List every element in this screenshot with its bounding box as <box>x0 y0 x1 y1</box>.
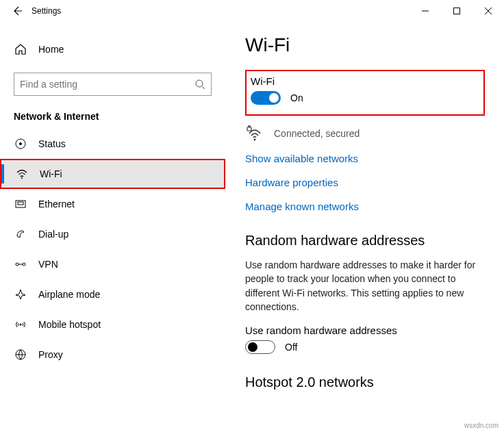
random-hw-toggle-label: Use random hardware addresses <box>245 325 485 336</box>
vpn-icon <box>14 258 27 270</box>
proxy-icon <box>14 348 27 361</box>
content-pane: Wi-Fi Wi-Fi On Connected, secured Show a… <box>226 22 504 432</box>
dialup-icon <box>14 228 27 240</box>
random-hw-toggle-state: Off <box>285 342 297 353</box>
nav-item-hotspot[interactable]: Mobile hotspot <box>0 309 225 340</box>
nav-item-vpn[interactable]: VPN <box>0 249 225 279</box>
maximize-button[interactable] <box>441 0 473 22</box>
nav-item-dialup[interactable]: Dial-up <box>0 219 225 249</box>
wifi-icon <box>15 168 29 180</box>
svg-point-4 <box>196 80 203 87</box>
category-heading: Network & Internet <box>0 96 225 129</box>
page-title: Wi-Fi <box>245 34 485 56</box>
maximize-icon <box>453 8 460 14</box>
home-icon <box>14 43 27 55</box>
close-button[interactable] <box>473 0 504 22</box>
airplane-icon <box>14 288 27 301</box>
svg-point-7 <box>19 142 22 145</box>
hotspot-heading: Hotspot 2.0 networks <box>245 374 485 390</box>
svg-rect-10 <box>18 202 23 205</box>
nav-label: Ethernet <box>38 199 75 209</box>
random-hw-toggle[interactable] <box>245 340 275 354</box>
ethernet-icon <box>14 198 27 210</box>
wifi-toggle[interactable] <box>251 91 281 105</box>
close-icon <box>485 8 492 14</box>
wifi-toggle-label: Wi-Fi <box>251 75 477 87</box>
random-hw-description: Use random hardware addresses to make it… <box>245 258 485 314</box>
titlebar: Settings <box>0 0 504 22</box>
link-manage-known-networks[interactable]: Manage known networks <box>245 201 485 212</box>
svg-point-8 <box>21 177 23 179</box>
back-button[interactable] <box>7 5 27 16</box>
svg-line-5 <box>202 86 205 89</box>
home-nav[interactable]: Home <box>0 36 225 63</box>
svg-point-12 <box>23 263 25 266</box>
nav-item-status[interactable]: Status <box>0 129 225 159</box>
nav-label: Mobile hotspot <box>38 319 101 330</box>
connection-status-row: Connected, secured <box>245 124 485 143</box>
nav-label: Status <box>38 138 66 149</box>
nav-label: Airplane mode <box>38 289 100 300</box>
random-hw-heading: Random hardware addresses <box>245 233 485 249</box>
nav-item-airplane[interactable]: Airplane mode <box>0 279 225 309</box>
window-title: Settings <box>32 6 61 16</box>
watermark: wsxdn.com <box>464 422 499 429</box>
nav-item-wifi[interactable]: Wi-Fi <box>0 159 225 189</box>
nav-label: VPN <box>38 259 58 270</box>
status-icon <box>14 138 27 150</box>
search-box[interactable] <box>14 73 212 96</box>
nav-label: Wi-Fi <box>40 168 62 179</box>
home-label: Home <box>38 44 64 55</box>
search-input[interactable] <box>20 79 189 90</box>
nav-label: Proxy <box>38 349 63 360</box>
search-icon <box>194 79 205 90</box>
svg-point-14 <box>20 324 22 326</box>
svg-rect-17 <box>247 127 251 131</box>
link-hardware-properties[interactable]: Hardware properties <box>245 177 485 188</box>
nav-list: Status Wi-Fi Ethernet Dial-up VPN <box>0 129 225 370</box>
sidebar: Home Network & Internet Status Wi-Fi <box>0 22 226 432</box>
connection-status-text: Connected, secured <box>274 128 360 139</box>
wifi-toggle-state: On <box>290 92 303 103</box>
minimize-button[interactable] <box>410 0 441 22</box>
back-arrow-icon <box>12 5 23 16</box>
svg-point-11 <box>16 263 18 266</box>
nav-label: Dial-up <box>38 229 68 240</box>
link-show-networks[interactable]: Show available networks <box>245 153 485 164</box>
nav-item-proxy[interactable]: Proxy <box>0 340 225 370</box>
svg-rect-1 <box>454 8 460 14</box>
minimize-icon <box>422 8 429 14</box>
nav-item-ethernet[interactable]: Ethernet <box>0 189 225 219</box>
secured-wifi-icon <box>245 124 264 143</box>
wifi-toggle-section: Wi-Fi On <box>245 70 485 116</box>
hotspot-icon <box>14 318 27 331</box>
svg-point-16 <box>254 139 256 141</box>
